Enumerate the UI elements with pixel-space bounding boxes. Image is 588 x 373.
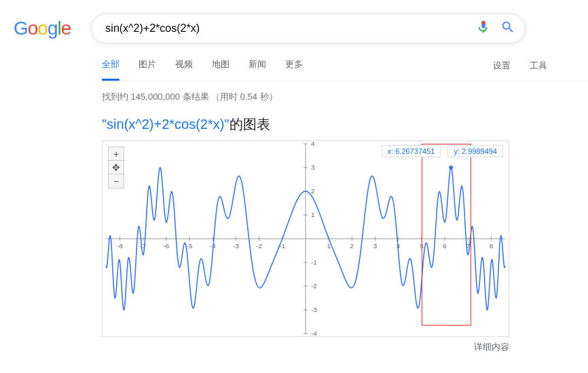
zoom-in-button[interactable]: + <box>109 147 124 161</box>
svg-text:-3: -3 <box>311 306 317 313</box>
tab-images[interactable]: 图片 <box>139 58 156 81</box>
svg-text:1: 1 <box>311 211 315 218</box>
search-icon[interactable] <box>500 20 515 37</box>
svg-text:-1: -1 <box>311 258 317 266</box>
svg-text:8: 8 <box>490 242 494 250</box>
result-stats: 找到约 145,000,000 条结果 （用时 0.54 秒） <box>102 91 588 103</box>
svg-text:-8: -8 <box>117 242 123 250</box>
details-link[interactable]: 详细内容 <box>102 341 509 353</box>
svg-text:2: 2 <box>350 242 354 250</box>
svg-text:-6: -6 <box>163 242 169 250</box>
svg-text:3: 3 <box>311 163 315 171</box>
search-box[interactable] <box>91 14 526 43</box>
svg-text:3: 3 <box>373 242 378 250</box>
tab-news[interactable]: 新闻 <box>249 58 266 81</box>
zoom-out-button[interactable]: − <box>109 174 124 188</box>
search-input[interactable] <box>105 22 476 35</box>
tab-videos[interactable]: 视频 <box>175 58 193 81</box>
zoom-controls: + ✥ − <box>108 146 124 189</box>
coord-readout: x: 6.26737451 y: 2.9989494 <box>382 145 503 157</box>
tab-more[interactable]: 更多 <box>285 58 303 81</box>
svg-text:2: 2 <box>311 187 315 195</box>
svg-point-50 <box>449 165 453 170</box>
svg-text:-3: -3 <box>233 242 239 250</box>
svg-text:-2: -2 <box>256 242 262 250</box>
svg-text:-5: -5 <box>187 242 193 250</box>
pan-button[interactable]: ✥ <box>109 161 124 174</box>
tab-all[interactable]: 全部 <box>102 58 120 81</box>
svg-text:4: 4 <box>311 141 315 147</box>
svg-text:5: 5 <box>420 242 424 250</box>
microphone-icon[interactable] <box>476 20 491 37</box>
settings-link[interactable]: 设置 <box>493 60 511 80</box>
tools-link[interactable]: 工具 <box>530 60 547 80</box>
google-logo[interactable]: Google <box>14 18 71 39</box>
chart-area[interactable]: + ✥ − x: 6.26737451 y: 2.9989494 -8-7-6-… <box>102 140 509 337</box>
function-plot: -8-7-6-5-4-3-2-112345678-4-3-2-11234 <box>103 141 509 336</box>
coord-x: x: 6.26737451 <box>382 145 441 157</box>
svg-text:6: 6 <box>443 242 447 250</box>
coord-y: y: 2.9989494 <box>447 145 503 157</box>
svg-text:-2: -2 <box>311 282 317 290</box>
svg-text:-4: -4 <box>311 330 317 336</box>
tab-maps[interactable]: 地图 <box>212 58 229 81</box>
tabs-row: 全部 图片 视频 地图 新闻 更多 设置 工具 <box>102 58 588 81</box>
chart-title: "sin(x^2)+2*cos(2*x)"的图表 <box>102 115 588 134</box>
